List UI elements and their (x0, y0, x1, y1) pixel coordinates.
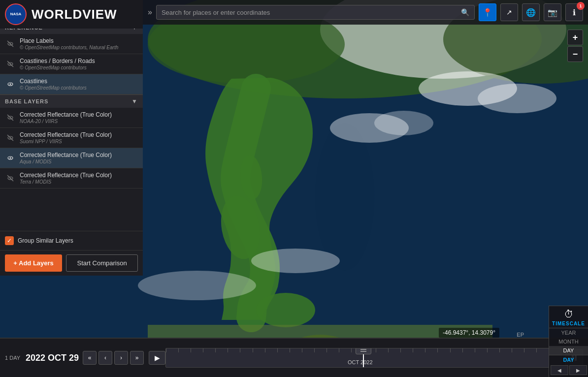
svg-point-13 (478, 84, 556, 113)
layer-source: © OpenStreetMap contributors (20, 65, 138, 70)
zoom-in-button[interactable]: + (567, 30, 583, 45)
timescale-month-option[interactable]: MONTH (549, 337, 588, 346)
layer-source: © OpenStreetMap contributors (20, 85, 138, 91)
timescale-year-option[interactable]: YEAR (549, 328, 588, 337)
layer-info: Corrected Reflectance (True Color) Aqua … (20, 152, 138, 164)
day-count: 1 DAY (5, 355, 20, 361)
search-icon: 🔍 (461, 8, 469, 16)
nasa-logo-text: NASA (10, 12, 22, 17)
location-button[interactable]: 📍 (479, 3, 496, 21)
base-chevron-icon: ▼ (131, 98, 138, 105)
search-bar[interactable]: Search for places or enter coordinates 🔍 (156, 5, 475, 20)
eye-icon[interactable] (5, 153, 16, 163)
eye-icon[interactable] (5, 132, 16, 143)
ep-label: EP (517, 332, 524, 338)
list-item[interactable]: Corrected Reflectance (True Color) Suomi… (0, 128, 143, 148)
svg-point-30 (10, 137, 11, 139)
start-comparison-button[interactable]: Start Comparison (66, 254, 138, 272)
search-placeholder-text: Search for places or enter coordinates (162, 9, 458, 16)
svg-point-27 (10, 117, 11, 119)
layer-info: Place Labels © OpenStreetMap contributor… (20, 37, 138, 50)
eye-icon[interactable] (5, 112, 16, 123)
layer-name: Place Labels (20, 37, 138, 44)
info-button[interactable]: ℹ 1 (565, 3, 583, 21)
svg-point-11 (374, 111, 433, 135)
camera-button[interactable]: 📷 (544, 3, 561, 21)
layer-info: Coastlines © OpenStreetMap contributors (20, 78, 138, 91)
eye-icon[interactable] (5, 173, 16, 184)
base-section-header[interactable]: BASE LAYERS ▼ (0, 94, 143, 108)
timescale-day-option[interactable]: DAY (549, 346, 588, 355)
layer-source: Suomi NPP / VIIRS (20, 139, 138, 144)
app-title: Worldview (32, 7, 117, 22)
layer-name: Coastlines / Borders / Roads (20, 58, 138, 64)
video-button[interactable]: ▶ (149, 351, 165, 365)
layer-info: Corrected Reflectance (True Color) Terra… (20, 172, 138, 185)
list-item[interactable]: Coastlines / Borders / Roads © OpenStree… (0, 54, 143, 74)
add-layers-button[interactable]: + Add Layers (5, 254, 62, 272)
left-panel: NASA Worldview ☰ Layers 📅 Events ⬇ Data … (0, 0, 143, 276)
eye-icon[interactable] (5, 38, 16, 49)
timeline-handle[interactable] (356, 348, 371, 354)
coordinates-display: -46.9437°, 14.3079° (439, 328, 499, 338)
layer-source: NOAA-20 / VIIRS (20, 119, 138, 124)
nav-buttons: « ‹ › » (83, 351, 144, 365)
svg-point-19 (10, 43, 11, 45)
info-badge: 1 (577, 2, 585, 10)
layer-source: Aqua / MODIS (20, 159, 138, 164)
next-next-button[interactable]: » (130, 351, 144, 365)
svg-point-6 (256, 293, 315, 327)
list-item[interactable]: Coastlines © OpenStreetMap contributors (0, 74, 143, 94)
prev-button[interactable]: ‹ (98, 351, 112, 365)
eye-icon[interactable] (5, 79, 16, 90)
share-icon: ↗ (506, 8, 512, 16)
layer-name: Corrected Reflectance (True Color) (20, 172, 138, 179)
layer-info: Corrected Reflectance (True Color) Suomi… (20, 131, 138, 144)
svg-point-35 (10, 178, 11, 179)
group-similar-row[interactable]: ✓ Group Similar Layers (0, 231, 143, 250)
layer-source: Terra / MODIS (20, 179, 138, 185)
svg-point-15 (138, 271, 256, 300)
timescale-right-arrow[interactable]: ▶ (569, 365, 587, 375)
app-header: NASA Worldview (0, 0, 143, 29)
prev-prev-button[interactable]: « (83, 351, 97, 365)
zoom-out-button[interactable]: − (567, 46, 583, 62)
timeline-bar[interactable]: OCT 2022 (165, 348, 561, 368)
layer-name: Corrected Reflectance (True Color) (20, 152, 138, 158)
list-item[interactable]: Corrected Reflectance (True Color) Aqua … (0, 148, 143, 168)
group-similar-checkbox[interactable]: ✓ (5, 236, 14, 245)
camera-icon: 📷 (548, 8, 557, 17)
timeline-month-label: OCT 2022 (348, 359, 373, 365)
timescale-left-arrow[interactable]: ◀ (551, 365, 568, 375)
layer-name: Corrected Reflectance (True Color) (20, 131, 138, 138)
nasa-logo: NASA (5, 3, 27, 25)
list-item[interactable]: Corrected Reflectance (True Color) Terra… (0, 168, 143, 188)
svg-point-8 (315, 123, 374, 271)
globe-button[interactable]: 🌐 (522, 3, 540, 21)
layer-name: Corrected Reflectance (True Color) (20, 111, 138, 118)
date-display: 2022 OCT 29 (26, 353, 79, 363)
timeline: 1 DAY 2022 OCT 29 « ‹ › » ▶ (0, 338, 588, 377)
share-button[interactable]: ↗ (500, 3, 518, 21)
timescale-icon: ⏱ (564, 309, 574, 320)
svg-point-32 (10, 157, 11, 159)
list-item[interactable]: Place Labels © OpenStreetMap contributor… (0, 34, 143, 54)
panel-buttons: + Add Layers Start Comparison (0, 250, 143, 276)
search-chevrons-icon: » (148, 8, 152, 17)
svg-point-22 (10, 63, 11, 65)
location-icon: 📍 (483, 8, 492, 17)
list-item[interactable]: Corrected Reflectance (True Color) NOAA-… (0, 108, 143, 128)
timescale-day-bottom[interactable]: DAY (549, 355, 588, 364)
map-controls: + − (567, 30, 583, 62)
timescale-label: TIMESCALE (549, 321, 588, 328)
next-button[interactable]: › (114, 351, 128, 365)
group-similar-label: Group Similar Layers (18, 237, 73, 244)
eye-icon[interactable] (5, 59, 16, 69)
info-icon: ℹ (573, 8, 576, 17)
layer-source: © OpenStreetMap contributors, Natural Ea… (20, 45, 138, 50)
base-layers-label: BASE LAYERS (5, 98, 48, 104)
timescale-panel: ⏱ TIMESCALE YEAR MONTH DAY DAY ◀ ▶ (549, 306, 588, 377)
svg-point-14 (251, 249, 340, 273)
globe-icon: 🌐 (526, 8, 536, 17)
layer-info: Coastlines / Borders / Roads © OpenStree… (20, 58, 138, 70)
